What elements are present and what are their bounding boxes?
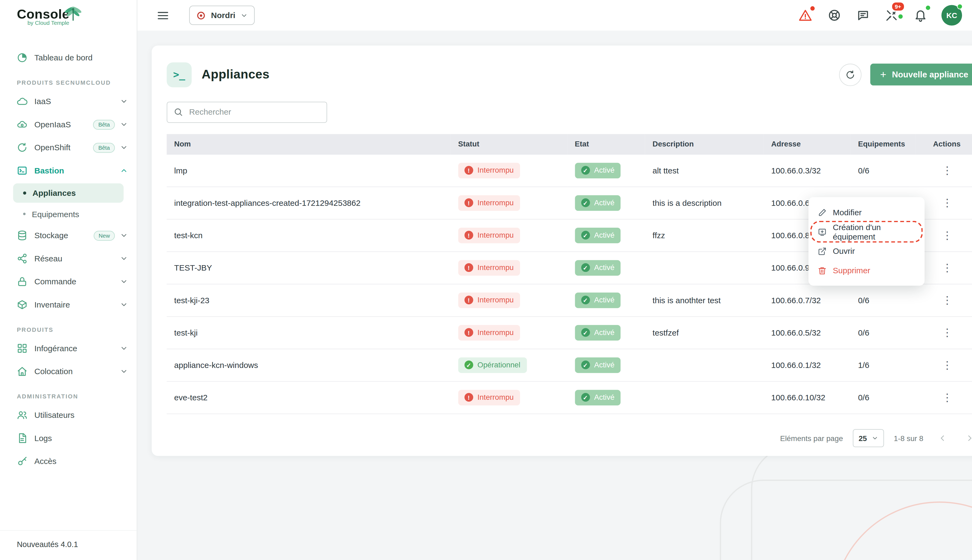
sidebar-item-commande[interactable]: Commande xyxy=(0,270,137,293)
status-dot-badge xyxy=(957,4,963,10)
row-actions-kebab-icon[interactable] xyxy=(938,227,955,244)
items-per-page-label: Eléments par page xyxy=(780,434,843,442)
sidebar-nav: Tableau de bord PRODUITS SECNUMCLOUD Iaa… xyxy=(0,46,137,473)
topbar: Nordri 9+ KC xyxy=(137,0,972,30)
row-actions-kebab-icon[interactable] xyxy=(938,324,955,342)
cell-equipment: 0/6 xyxy=(850,317,915,349)
row-actions-kebab-icon[interactable] xyxy=(938,259,955,277)
row-actions-kebab-icon[interactable] xyxy=(938,194,955,212)
sidebar-item-stockage[interactable]: Stockage New xyxy=(0,224,137,247)
sidebar-item-iaas[interactable]: IaaS xyxy=(0,90,137,113)
alerts-button[interactable] xyxy=(797,7,813,23)
sidebar-item-bastion[interactable]: Bastion xyxy=(0,159,137,182)
target-icon xyxy=(196,10,206,20)
cell-equipment: 0/6 xyxy=(850,155,915,187)
state-badge: Activé xyxy=(575,163,621,178)
sidebar-item-colocation[interactable]: Colocation xyxy=(0,360,137,383)
box-icon xyxy=(17,299,27,310)
sidebar-item-openiaas[interactable]: OpenIaaS Bêta xyxy=(0,113,137,136)
check-circle-icon xyxy=(581,296,590,305)
sidebar-item-dashboard[interactable]: Tableau de bord xyxy=(0,46,137,69)
state-badge: Activé xyxy=(575,292,621,308)
chevron-down-icon xyxy=(120,120,128,128)
status-badge: Interrompu xyxy=(458,227,520,243)
sidebar-item-label: Infogérance xyxy=(34,344,77,353)
sidebar-item-label: Bastion xyxy=(34,166,64,175)
cell-address: 100.66.0.5/32 xyxy=(764,317,850,349)
building-icon xyxy=(17,366,27,377)
cell-address: 100.66.0.7/32 xyxy=(764,284,850,317)
section-header-administration: ADMINISTRATION xyxy=(0,383,137,403)
next-page-button[interactable] xyxy=(961,430,972,447)
sidebar-item-openshift[interactable]: OpenShift Bêta xyxy=(0,136,137,159)
new-appliance-button[interactable]: Nouvelle appliance xyxy=(870,64,972,86)
new-appliance-label: Nouvelle appliance xyxy=(892,70,968,80)
hamburger-menu-icon[interactable] xyxy=(154,7,172,24)
sidebar-item-inventaire[interactable]: Inventaire xyxy=(0,293,137,317)
cloud-icon xyxy=(17,96,27,107)
sidebar-item-utilisateurs[interactable]: Utilisateurs xyxy=(0,403,137,427)
open-external-icon xyxy=(818,247,826,255)
bullet-icon xyxy=(23,213,26,215)
row-actions-kebab-icon[interactable] xyxy=(938,389,955,406)
search-icon xyxy=(174,107,183,117)
col-nom: Nom xyxy=(167,134,451,155)
support-button[interactable] xyxy=(826,8,842,23)
database-icon xyxy=(17,230,27,241)
row-context-menu: Modifier Création d'un équipement Ouvrir… xyxy=(808,197,925,286)
col-actions: Actions xyxy=(915,134,972,155)
tools-button[interactable]: 9+ xyxy=(884,8,900,23)
cell-name: eve-test2 xyxy=(167,381,451,413)
previous-page-button[interactable] xyxy=(934,430,951,447)
sidebar-item-label: Stockage xyxy=(34,231,68,240)
section-header-produits: PRODUITS xyxy=(0,316,137,337)
dashboard-icon xyxy=(17,52,27,63)
cell-address: 100.66.0.10/32 xyxy=(764,381,850,413)
row-actions-kebab-icon[interactable] xyxy=(938,291,955,309)
sidebar-item-reseau[interactable]: Réseau xyxy=(0,247,137,270)
lock-icon xyxy=(17,276,27,287)
sidebar-item-infogerance[interactable]: Infogérance xyxy=(0,337,137,360)
sidebar-item-equipements[interactable]: Equipements xyxy=(0,204,137,224)
status-badge: Interrompu xyxy=(458,292,520,308)
menu-item-modifier[interactable]: Modifier xyxy=(808,203,925,222)
sidebar: Console by Cloud Temple Tableau de bord xyxy=(0,0,137,560)
cell-address: 100.66.0.1/32 xyxy=(764,349,850,381)
beta-badge: Bêta xyxy=(94,120,115,130)
sidebar-item-label: Utilisateurs xyxy=(34,410,75,420)
pencil-icon xyxy=(818,208,826,217)
row-actions-kebab-icon[interactable] xyxy=(938,162,955,179)
tenant-selector[interactable]: Nordri xyxy=(189,6,255,25)
feedback-button[interactable] xyxy=(855,8,871,23)
sidebar-item-label: Inventaire xyxy=(34,300,70,309)
user-avatar[interactable]: KC xyxy=(942,5,962,25)
document-icon xyxy=(17,433,27,443)
search-input[interactable] xyxy=(188,107,320,117)
release-notes-link[interactable]: Nouveautés 4.0.1 xyxy=(0,530,137,560)
state-badge: Activé xyxy=(575,390,621,405)
alert-dot-badge xyxy=(810,5,815,11)
status-circle-icon xyxy=(464,296,473,305)
sidebar-item-logs[interactable]: Logs xyxy=(0,427,137,450)
state-badge: Activé xyxy=(575,260,621,276)
col-etat: Etat xyxy=(567,134,645,155)
card-header: Appliances Nouvelle appliance xyxy=(167,59,972,90)
notifications-button[interactable] xyxy=(913,8,928,23)
cell-name: TEST-JBY xyxy=(167,252,451,284)
chevron-down-icon xyxy=(240,12,248,19)
menu-item-creation-equipement[interactable]: Création d'un équipement xyxy=(808,222,925,242)
key-icon xyxy=(17,456,27,467)
sidebar-item-label: OpenIaaS xyxy=(34,120,71,129)
menu-item-supprimer[interactable]: Supprimer xyxy=(808,261,925,280)
sidebar-item-acces[interactable]: Accès xyxy=(0,450,137,473)
per-page-value: 25 xyxy=(858,434,867,442)
refresh-button[interactable] xyxy=(839,64,861,86)
row-actions-kebab-icon[interactable] xyxy=(938,356,955,374)
state-badge: Activé xyxy=(575,357,621,373)
sidebar-item-label: Logs xyxy=(34,433,52,443)
items-per-page-select[interactable]: 25 xyxy=(853,429,884,447)
sidebar-item-appliances[interactable]: Appliances xyxy=(13,183,124,203)
menu-item-ouvrir[interactable]: Ouvrir xyxy=(808,242,925,261)
sidebar-item-label: Colocation xyxy=(34,367,73,376)
table-row: lmp Interrompu Activé alt ttest 100.66.0… xyxy=(167,155,972,187)
